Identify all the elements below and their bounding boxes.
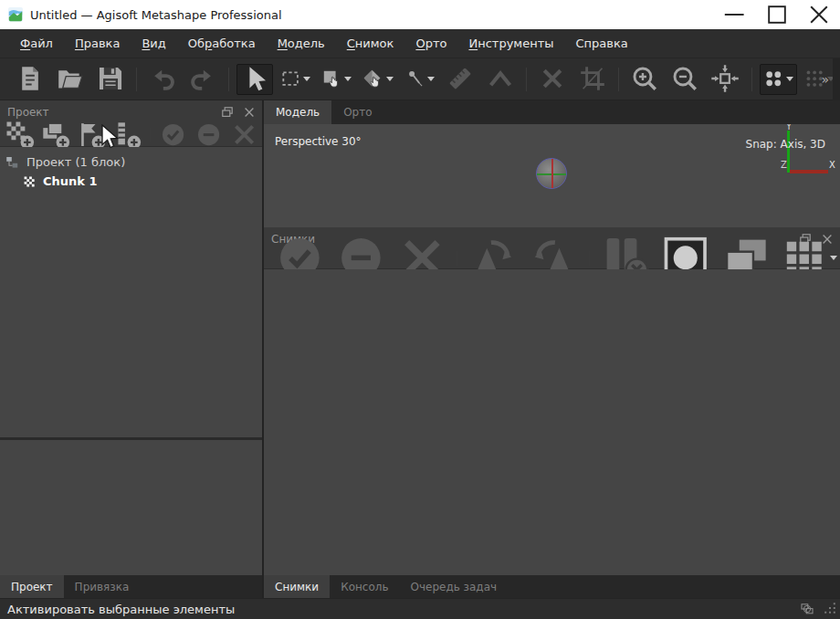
tab-model[interactable]: Модель xyxy=(264,100,331,124)
dropdown-caret-icon[interactable] xyxy=(830,256,837,260)
toolbar-edge xyxy=(833,58,840,100)
navigation-tool-button[interactable] xyxy=(359,64,396,95)
main-area: МодельОрто Perspective 30° Snap: Axis, 3… xyxy=(264,100,840,598)
new-document-icon xyxy=(16,64,45,93)
close-button[interactable] xyxy=(798,0,840,29)
workspace-panel-title: Проект xyxy=(7,106,49,119)
model-viewport[interactable]: Perspective 30° Snap: Axis, 3D Y Z X xyxy=(264,124,840,227)
tab-task-queue[interactable]: Очередь задач xyxy=(400,575,509,598)
photo-thumbnails-button[interactable] xyxy=(717,248,776,268)
ruler-tool-button xyxy=(442,64,478,95)
dropdown-caret-icon[interactable] xyxy=(786,77,793,81)
remove-items-button xyxy=(227,125,261,145)
menu-file[interactable]: Файл xyxy=(9,31,64,56)
projection-label: Perspective 30° xyxy=(275,135,362,148)
rect-select-icon xyxy=(280,68,300,89)
toolbar-separator xyxy=(751,68,752,91)
point-cloud-view-button[interactable] xyxy=(760,64,797,95)
move-region-button[interactable] xyxy=(318,64,355,95)
photos-toolbar xyxy=(264,247,840,269)
toolbar-separator xyxy=(589,251,590,266)
resize-grip-icon[interactable] xyxy=(824,602,838,616)
rectangle-selection-button[interactable] xyxy=(277,64,314,95)
ruler-icon xyxy=(446,64,475,93)
left-dock-tabbar: ПроектПривязка xyxy=(0,575,262,598)
save-project-button[interactable] xyxy=(92,64,129,95)
reset-view-button[interactable] xyxy=(707,64,743,95)
workspace-tree-icon xyxy=(5,155,20,170)
axis-x-label: X xyxy=(829,160,835,170)
menu-view[interactable]: Вид xyxy=(131,31,176,56)
crop-tool-button xyxy=(574,64,611,95)
maximize-button[interactable] xyxy=(756,0,798,29)
angle-icon xyxy=(486,64,515,93)
draw-point-button[interactable] xyxy=(401,64,438,95)
titlebar: Untitled — Agisoft Metashape Professiona… xyxy=(0,0,840,29)
toolbar-drag-handle-icon[interactable] xyxy=(5,66,6,93)
add-chunk-icon xyxy=(5,120,35,150)
menu-workflow[interactable]: Обработка xyxy=(177,31,267,56)
menu-help[interactable]: Справка xyxy=(564,31,638,56)
tab-reference[interactable]: Привязка xyxy=(64,575,141,598)
dropdown-caret-icon[interactable] xyxy=(303,77,310,81)
zoom-in-button[interactable] xyxy=(626,64,663,95)
workspace-toolbar xyxy=(0,123,262,147)
axis-z-label: Z xyxy=(781,160,787,170)
tab-workspace[interactable]: Проект xyxy=(0,575,64,598)
menu-edit[interactable]: Правка xyxy=(64,31,131,56)
open-folder-icon xyxy=(56,64,85,93)
zoom-out-icon xyxy=(670,64,699,93)
menu-ortho[interactable]: Орто xyxy=(404,31,457,56)
minimize-button[interactable] xyxy=(714,0,756,29)
axis-y-label: Y xyxy=(786,124,792,131)
zoom-out-button[interactable] xyxy=(667,64,703,95)
add-photos-button[interactable] xyxy=(38,125,72,145)
workspace-tree: Проект (1 блок) Chunk 1 xyxy=(0,147,262,437)
toolbar-separator xyxy=(618,68,619,91)
add-scalebar-button[interactable] xyxy=(110,125,143,145)
tab-photos[interactable]: Снимки xyxy=(264,575,330,598)
dropdown-caret-icon[interactable] xyxy=(344,77,352,81)
redo-button xyxy=(184,64,221,95)
menu-model[interactable]: Модель xyxy=(267,31,336,56)
tab-ortho[interactable]: Орто xyxy=(331,100,383,124)
menu-tools[interactable]: Инструменты xyxy=(457,31,564,56)
toolbar-overflow-button[interactable]: » xyxy=(821,58,827,100)
crop-icon xyxy=(578,64,607,93)
axis-x-line xyxy=(790,170,828,173)
zoom-in-icon xyxy=(630,64,659,93)
new-project-button[interactable] xyxy=(12,64,48,95)
open-project-button[interactable] xyxy=(52,64,89,95)
network-status-icon[interactable] xyxy=(800,602,814,616)
undo-button xyxy=(144,64,181,95)
tree-item-chunk[interactable]: Chunk 1 xyxy=(0,172,262,191)
view-mode-button[interactable] xyxy=(778,248,839,268)
selection-tool-button[interactable] xyxy=(236,64,273,95)
bottom-dock-tabbar: СнимкиКонсольОчередь задач xyxy=(264,575,840,598)
add-chunk-button[interactable] xyxy=(3,125,37,145)
tree-item-chunk-label: Chunk 1 xyxy=(43,174,98,188)
axis-y-line xyxy=(787,131,790,173)
dropdown-caret-icon[interactable] xyxy=(427,77,435,81)
menu-photo[interactable]: Снимок xyxy=(336,31,405,56)
toolbar-separator xyxy=(136,68,137,91)
trackball-sphere xyxy=(536,158,567,189)
status-bar: Активировать выбранные элементы xyxy=(0,598,840,619)
circle-minus-icon xyxy=(194,120,224,150)
close-panel-icon[interactable] xyxy=(242,105,257,120)
workspace-lower-pane xyxy=(0,440,262,575)
redo-icon xyxy=(188,64,217,93)
menu-bar: ФайлПравкаВидОбработкаМодельСнимокОртоИн… xyxy=(0,29,840,58)
float-panel-icon[interactable] xyxy=(220,105,235,120)
tab-console[interactable]: Консоль xyxy=(330,575,399,598)
photos-list-area[interactable] xyxy=(264,269,840,575)
delete-selection-button xyxy=(534,64,571,95)
disable-items-button xyxy=(192,125,226,145)
workspace-panel: Проект Проект (1 блок) Chunk 1 Про xyxy=(0,100,262,598)
tree-item-project[interactable]: Проект (1 блок) xyxy=(0,152,262,172)
add-marker-button[interactable] xyxy=(74,125,108,145)
dropdown-caret-icon[interactable] xyxy=(386,77,394,81)
view-masks-button[interactable] xyxy=(656,248,716,268)
chunk-icon xyxy=(22,174,37,189)
disable-cameras-button xyxy=(331,248,391,268)
